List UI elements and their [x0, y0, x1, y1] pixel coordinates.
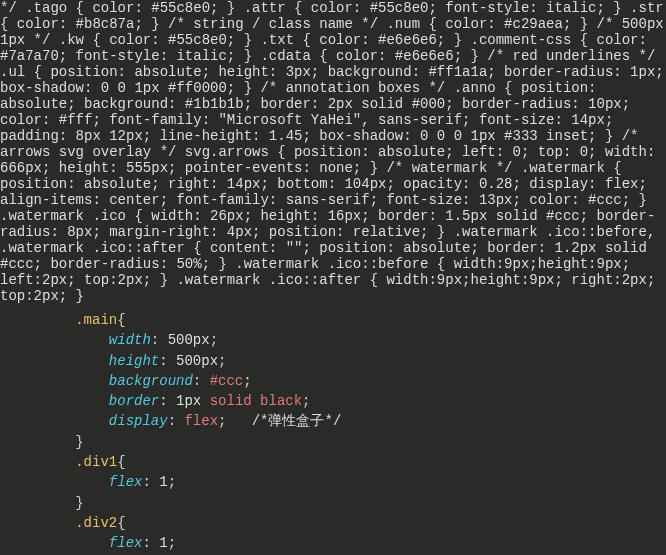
code-line: flex: 1; [0, 533, 666, 553]
code-line: } [0, 493, 666, 513]
code-block: .main{ width: 500px; height: 500px; back… [0, 304, 666, 555]
code-line: display: flex; /*弹性盒子*/ [0, 411, 666, 431]
code-line: .div2{ [0, 513, 666, 533]
code-line: height: 500px; [0, 351, 666, 371]
code-line: flex: 1; [0, 472, 666, 492]
code-line: } [0, 432, 666, 452]
code-line: .div1{ [0, 452, 666, 472]
code-line: border: 1px solid black; [0, 391, 666, 411]
code-line: .main{ [0, 310, 666, 330]
code-line: background: #ccc; [0, 371, 666, 391]
code-line: width: 500px; [0, 330, 666, 350]
